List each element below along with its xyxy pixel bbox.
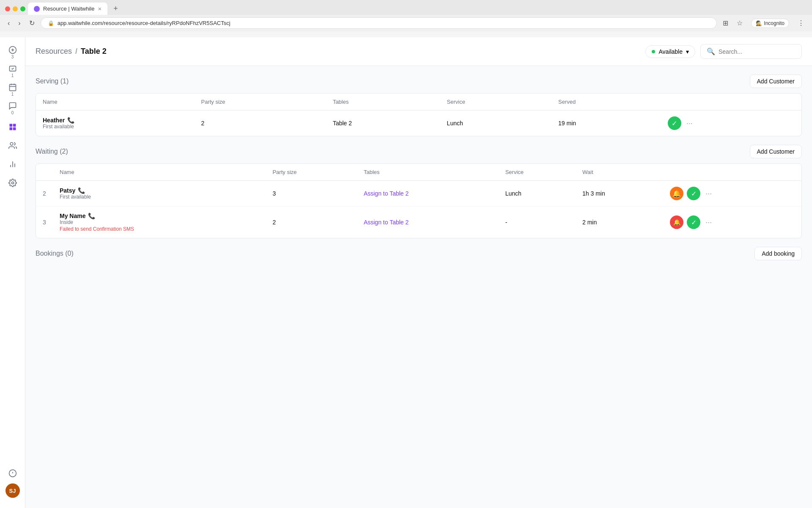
waiting-table-header: Name Party size Tables Service Wait bbox=[36, 164, 801, 181]
serve-more-button[interactable]: ··· bbox=[685, 117, 694, 130]
extensions-button[interactable]: ⊞ bbox=[720, 18, 731, 28]
search-input[interactable] bbox=[719, 48, 796, 55]
main-content: Resources / Table 2 Available ▾ 🔍 bbox=[25, 37, 812, 508]
table-row: Heather 📞 First available 2 Table 2 Lunc… bbox=[36, 110, 801, 136]
waiting-row-1-name: Patsy 📞 First available bbox=[53, 181, 266, 207]
address-bar[interactable]: 🔒 app.waitwhile.com/resource/resource-de… bbox=[41, 17, 717, 29]
breadcrumb-parent[interactable]: Resources bbox=[36, 47, 72, 56]
forward-button[interactable]: › bbox=[16, 19, 23, 28]
status-chevron-icon: ▾ bbox=[686, 48, 689, 55]
serving-col-party: Party size bbox=[195, 94, 326, 110]
serving-col-served: Served bbox=[551, 94, 661, 110]
serving-row-1-tables: Table 2 bbox=[326, 110, 440, 136]
phone-icon: 📞 bbox=[88, 213, 95, 219]
waiting-row-2-num: 3 bbox=[36, 207, 53, 238]
svg-point-12 bbox=[10, 143, 13, 146]
waiting-row-2-wait: 2 min bbox=[576, 207, 663, 238]
user-avatar[interactable]: SJ bbox=[5, 483, 20, 498]
sidebar-item-help[interactable] bbox=[4, 465, 21, 482]
bookings-section: Bookings (0) Add booking bbox=[36, 247, 802, 260]
serving-row-1-party: 2 bbox=[195, 110, 326, 136]
sidebar-item-queue[interactable]: 3 bbox=[4, 44, 21, 61]
serve-button-1[interactable]: ✓ bbox=[687, 187, 700, 200]
waiting-title: Waiting (2) bbox=[36, 148, 68, 155]
svg-rect-10 bbox=[9, 127, 12, 130]
waiting-row-1-party: 3 bbox=[266, 181, 357, 207]
phone-icon: 📞 bbox=[67, 117, 74, 124]
serving-col-actions bbox=[661, 94, 801, 110]
reload-button[interactable]: ↻ bbox=[27, 18, 37, 28]
status-dot bbox=[652, 50, 655, 53]
assign-table-link-2[interactable]: Assign to Table 2 bbox=[364, 219, 409, 226]
sidebar-tasks-badge: 1 bbox=[11, 73, 14, 78]
tab-favicon bbox=[34, 6, 40, 12]
svg-rect-9 bbox=[13, 124, 16, 127]
sidebar-item-analytics[interactable] bbox=[4, 156, 21, 173]
serving-col-name: Name bbox=[36, 94, 195, 110]
waiting-col-num bbox=[36, 164, 53, 181]
waiting-add-customer-button[interactable]: Add Customer bbox=[750, 145, 802, 158]
sidebar-item-messages[interactable]: 0 bbox=[4, 100, 21, 117]
waiting-col-tables: Tables bbox=[357, 164, 499, 181]
serving-row-1-actions: ✓ ··· bbox=[661, 110, 801, 136]
table-row: 2 Patsy 📞 First available 3 bbox=[36, 181, 801, 207]
serving-row-1-name: Heather 📞 First available bbox=[36, 110, 195, 136]
waiting-section: Waiting (2) Add Customer Name Party size… bbox=[36, 145, 802, 238]
waiting-row-2-actions: 🔔 ✓ ··· bbox=[663, 207, 801, 238]
profile-button[interactable]: 🕵 Incognito bbox=[749, 18, 792, 29]
tab-title: Resource | Waitwhile bbox=[43, 6, 94, 12]
waiting-table: Name Party size Tables Service Wait 2 bbox=[36, 163, 802, 238]
status-badge[interactable]: Available ▾ bbox=[645, 45, 695, 58]
more-button-1[interactable]: ··· bbox=[704, 188, 713, 200]
waiting-row-2-service: - bbox=[499, 207, 576, 238]
bookmark-button[interactable]: ☆ bbox=[734, 18, 745, 28]
header-right: Available ▾ 🔍 bbox=[645, 44, 802, 59]
sidebar-queue-badge: 3 bbox=[11, 55, 14, 59]
serving-col-tables: Tables bbox=[326, 94, 440, 110]
waiting-col-wait: Wait bbox=[576, 164, 663, 181]
waiting-row-2-party: 2 bbox=[266, 207, 357, 238]
serving-col-service: Service bbox=[440, 94, 551, 110]
svg-rect-11 bbox=[13, 127, 16, 130]
waiting-col-name: Name bbox=[53, 164, 266, 181]
incognito-label: Incognito bbox=[764, 20, 785, 26]
serving-row-1-served: 19 min bbox=[551, 110, 661, 136]
sidebar-item-calendar[interactable]: 1 bbox=[4, 81, 21, 98]
breadcrumb: Resources / Table 2 bbox=[36, 47, 107, 56]
svg-rect-8 bbox=[9, 124, 12, 127]
waiting-section-header: Waiting (2) Add Customer bbox=[36, 145, 802, 158]
sidebar-messages-badge: 0 bbox=[11, 110, 14, 115]
notify-bell-button-1[interactable]: 🔔 bbox=[670, 187, 683, 200]
serve-button-2[interactable]: ✓ bbox=[687, 215, 700, 229]
waiting-row-1-tables: Assign to Table 2 bbox=[357, 181, 499, 207]
serving-table: Name Party size Tables Service Served bbox=[36, 93, 802, 136]
breadcrumb-current: Table 2 bbox=[81, 47, 107, 56]
sidebar: 3 1 1 0 bbox=[0, 37, 25, 508]
url-text: app.waitwhile.com/resource/resource-deta… bbox=[58, 20, 230, 26]
serving-section-header: Serving (1) Add Customer bbox=[36, 75, 802, 88]
serving-add-customer-button[interactable]: Add Customer bbox=[750, 75, 802, 88]
more-button-2[interactable]: ··· bbox=[704, 216, 713, 229]
sidebar-item-resources[interactable] bbox=[4, 119, 21, 135]
search-icon: 🔍 bbox=[707, 47, 715, 55]
svg-rect-4 bbox=[9, 84, 16, 91]
active-tab[interactable]: Resource | Waitwhile × bbox=[28, 3, 107, 15]
add-booking-button[interactable]: Add booking bbox=[754, 247, 802, 260]
menu-button[interactable]: ⋮ bbox=[795, 18, 807, 28]
serve-complete-button[interactable]: ✓ bbox=[668, 116, 681, 130]
notify-bell-button-2[interactable]: 🔔 bbox=[670, 215, 683, 229]
waiting-col-service: Service bbox=[499, 164, 576, 181]
back-button[interactable]: ‹ bbox=[5, 19, 12, 28]
assign-table-link-1[interactable]: Assign to Table 2 bbox=[364, 190, 409, 197]
serving-title: Serving (1) bbox=[36, 77, 69, 85]
tab-close-button[interactable]: × bbox=[98, 5, 102, 12]
waiting-row-1-service: Lunch bbox=[499, 181, 576, 207]
sidebar-item-tasks[interactable]: 1 bbox=[4, 63, 21, 80]
svg-point-16 bbox=[11, 182, 14, 184]
sidebar-item-customers[interactable] bbox=[4, 137, 21, 154]
new-tab-button[interactable]: + bbox=[110, 3, 121, 15]
status-label: Available bbox=[658, 48, 683, 55]
sidebar-item-settings[interactable] bbox=[4, 174, 21, 191]
bookings-title: Bookings (0) bbox=[36, 250, 74, 257]
search-box[interactable]: 🔍 bbox=[700, 44, 802, 59]
